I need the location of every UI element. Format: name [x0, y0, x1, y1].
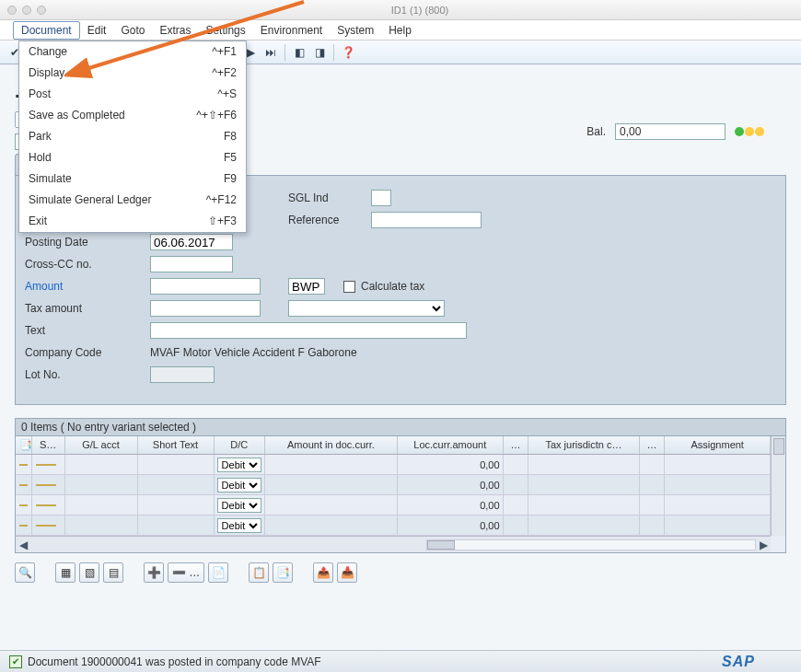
menu-item-shortcut: ^+F1	[212, 44, 237, 60]
amount-label: Amount	[25, 280, 150, 293]
row-select-button[interactable]	[19, 504, 28, 506]
config-icon[interactable]: 📥	[337, 562, 357, 583]
menu-display[interactable]: Display^+F2	[19, 63, 246, 84]
menu-simulate[interactable]: SimulateF9	[19, 168, 246, 190]
menu-save-completed[interactable]: Save as Completed^+⇧+F6	[19, 105, 246, 126]
balance-status-icon	[735, 127, 764, 136]
window-close-dot[interactable]	[7, 6, 17, 15]
table-row[interactable]: Debit0,00	[16, 495, 771, 516]
row-status-button[interactable]	[36, 484, 56, 486]
delete-row-icon[interactable]: ➖ …	[168, 562, 204, 583]
menu-post[interactable]: Post^+S	[19, 84, 246, 105]
menu-simulate-gl[interactable]: Simulate General Ledger^+F12	[19, 190, 246, 211]
amount-input[interactable]	[150, 278, 261, 295]
col-more2[interactable]: …	[640, 436, 666, 454]
grid-caption: 0 Items ( No entry variant selected )	[15, 418, 786, 435]
tax-amount-label: Tax amount	[25, 302, 150, 315]
help-icon[interactable]: ❓	[339, 43, 357, 62]
menu-goto[interactable]: Goto	[113, 22, 152, 39]
scroll-right-icon[interactable]: ▶	[756, 539, 771, 551]
posting-date-input[interactable]	[150, 234, 233, 250]
menu-exit-item[interactable]: Exit⇧+F3	[19, 211, 246, 232]
window-min-dot[interactable]	[22, 6, 31, 15]
sgl-input[interactable]	[371, 190, 391, 206]
col-dc[interactable]: D/C	[215, 436, 265, 454]
menu-park[interactable]: ParkF8	[19, 126, 246, 147]
menu-environment[interactable]: Environment	[253, 22, 330, 39]
export-icon[interactable]: 📤	[313, 562, 333, 583]
company-code-label: Company Code	[25, 346, 150, 359]
menu-edit[interactable]: Edit	[80, 22, 114, 39]
menu-hold[interactable]: HoldF5	[19, 147, 246, 168]
deselect-all-icon[interactable]: ▧	[79, 562, 99, 583]
copy-row-icon[interactable]: 📄	[208, 562, 228, 583]
calculate-tax-checkbox[interactable]	[343, 281, 355, 293]
dc-select[interactable]: Debit	[217, 498, 261, 513]
row-select-button[interactable]	[19, 464, 28, 466]
grid-horizontal-scrollbar[interactable]: ◀ ▶	[16, 536, 771, 552]
duplicate-icon[interactable]: 📋	[249, 562, 269, 583]
balance-value: 0,00	[615, 123, 726, 140]
shortcut-icon[interactable]: ◨	[310, 43, 329, 62]
new-session-icon[interactable]: ◧	[290, 43, 308, 62]
window-title: ID1 (1) (800)	[46, 5, 794, 16]
window-max-dot[interactable]	[37, 6, 46, 15]
items-grid: 📑 S… G/L acct Short Text D/C Amount in d…	[15, 435, 786, 553]
row-status-button[interactable]	[36, 464, 56, 466]
currency-input[interactable]	[288, 278, 325, 295]
table-row[interactable]: Debit0,00	[16, 516, 771, 536]
row-select-button[interactable]	[19, 484, 28, 486]
row-select-button[interactable]	[19, 525, 28, 527]
tax-amount-input[interactable]	[150, 300, 261, 317]
menu-item-shortcut: ⇧+F3	[208, 214, 237, 229]
row-status-button[interactable]	[36, 504, 56, 506]
menu-document[interactable]: Document	[13, 21, 80, 40]
menu-item-shortcut: ^+F2	[212, 65, 237, 81]
dc-select[interactable]: Debit	[217, 478, 261, 492]
select-all-icon[interactable]: ▦	[55, 562, 75, 583]
reference-input[interactable]	[371, 212, 482, 228]
menu-help[interactable]: Help	[381, 22, 419, 39]
menu-extras[interactable]: Extras	[152, 22, 198, 39]
table-row[interactable]: Debit0,00	[16, 455, 771, 475]
col-assignment[interactable]: Assignment	[665, 436, 771, 454]
menu-settings[interactable]: Settings	[198, 22, 252, 39]
posting-date-label: Posting Date	[25, 236, 150, 249]
col-amount[interactable]: Amount in doc.curr.	[265, 436, 398, 454]
lot-no-input[interactable]	[150, 366, 215, 383]
menu-item-label: Hold	[29, 150, 52, 166]
last-page-icon[interactable]: ⏭	[261, 43, 280, 62]
col-taxjur[interactable]: Tax jurisdictn c…	[528, 436, 639, 454]
insert-row-icon[interactable]: ➕	[144, 562, 164, 583]
menu-system[interactable]: System	[330, 22, 381, 39]
details-icon[interactable]: 🔍	[15, 562, 35, 583]
company-code-value: MVAF Motor Vehicle Accident F Gaborone	[150, 346, 357, 359]
col-shorttext[interactable]: Short Text	[138, 436, 215, 454]
dc-select[interactable]: Debit	[217, 518, 261, 533]
col-status[interactable]: S…	[32, 436, 65, 454]
lot-no-label: Lot No.	[25, 368, 150, 381]
table-row[interactable]: Debit0,00	[16, 475, 771, 495]
sgl-label: SGL Ind	[288, 191, 371, 204]
dc-select[interactable]: Debit	[217, 458, 261, 472]
grid-vertical-scrollbar[interactable]	[771, 436, 785, 536]
col-glacct[interactable]: G/L acct	[65, 436, 138, 454]
menu-item-label: Post	[29, 87, 51, 102]
scroll-left-icon[interactable]: ◀	[16, 539, 30, 551]
sap-logo: SAP	[722, 654, 792, 670]
status-bar: ✔ Document 1900000041 was posted in comp…	[0, 650, 801, 672]
col-more1[interactable]: …	[504, 436, 529, 454]
loc-curr-cell: 0,00	[398, 495, 504, 515]
crosscc-label: Cross-CC no.	[25, 258, 150, 271]
col-loccurr[interactable]: Loc.curr.amount	[398, 436, 504, 454]
text-input[interactable]	[150, 322, 467, 339]
row-status-button[interactable]	[36, 525, 56, 527]
menu-item-label: Exit	[29, 214, 47, 229]
paste-icon[interactable]: 📑	[273, 562, 293, 583]
crosscc-input[interactable]	[150, 256, 233, 272]
col-selector-icon[interactable]: 📑	[16, 436, 32, 454]
menu-change[interactable]: Change^+F1	[19, 41, 246, 63]
tax-code-select[interactable]	[288, 300, 445, 317]
sort-asc-icon[interactable]: ▤	[103, 562, 123, 583]
menu-item-shortcut: F5	[224, 150, 237, 166]
